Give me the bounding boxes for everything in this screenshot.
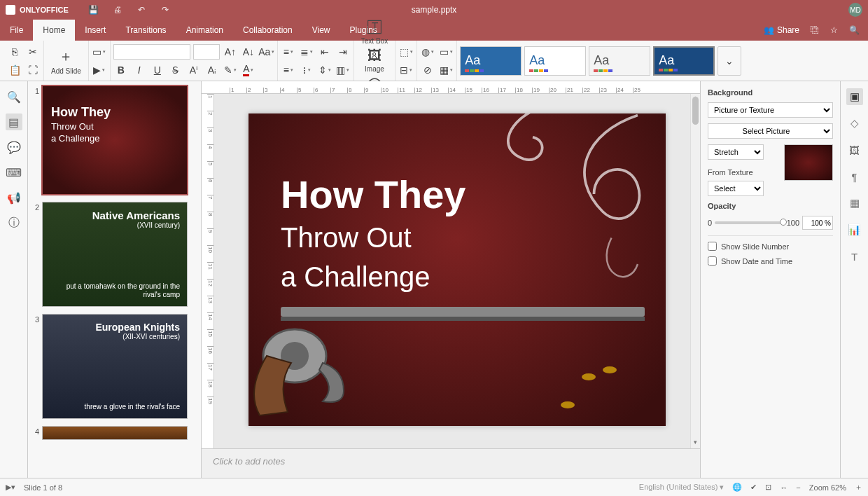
start-slideshow-icon[interactable]: ▶▾ <box>6 483 15 492</box>
play-icon[interactable]: ▶ <box>92 62 107 78</box>
menu-animation[interactable]: Animation <box>176 20 233 41</box>
image-settings-icon[interactable]: 🖼 <box>846 142 863 158</box>
font-size-input[interactable] <box>193 44 220 60</box>
language-status[interactable]: English (United States) ▾ <box>639 483 724 492</box>
slide-thumb-1[interactable]: How They Throw Out a Challenge <box>42 85 188 195</box>
spellcheck-icon[interactable]: ✔ <box>750 483 757 492</box>
theme-item-2[interactable]: Aa <box>524 46 586 76</box>
theme-item-4[interactable]: Aa <box>653 46 715 76</box>
slide-thumb-3[interactable]: European Knights (XII-XVI centuries) thr… <box>42 314 188 419</box>
align-v-icon[interactable]: ⫶ <box>299 62 314 78</box>
shape-settings-icon[interactable]: ◇ <box>846 115 863 132</box>
menu-collaboration[interactable]: Collaboration <box>233 20 302 41</box>
chart-settings-icon[interactable]: 📊 <box>846 221 863 238</box>
highlight-icon[interactable]: ✎ <box>223 62 238 78</box>
strike-icon[interactable]: S̶ <box>168 62 183 78</box>
select-icon[interactable]: ▦ <box>438 62 454 78</box>
comments-icon[interactable]: 💬 <box>6 139 22 156</box>
find-icon[interactable]: 🔍 <box>6 88 22 105</box>
fill-mode-select[interactable]: Stretch <box>708 144 764 160</box>
shape-fill-icon[interactable]: ◍ <box>420 44 435 60</box>
slide-thumb-2[interactable]: Native Americans (XVII century) put a to… <box>42 202 188 307</box>
superscript-icon[interactable]: Aⁱ <box>186 62 202 78</box>
fit-width-icon[interactable]: ↔ <box>780 483 788 492</box>
background-type-select[interactable]: Picture or Texture <box>708 102 833 118</box>
slide-canvas[interactable]: How They Throw Out a Challenge <box>248 113 666 426</box>
layout-icon[interactable]: ▭ <box>92 44 107 60</box>
textart-settings-icon[interactable]: T <box>846 248 863 265</box>
texture-select[interactable]: Select <box>708 181 764 196</box>
underline-icon[interactable]: U <box>150 62 165 78</box>
about-icon[interactable]: ⓘ <box>6 214 22 231</box>
bullets-icon[interactable]: ≡ <box>281 44 296 60</box>
fit-slide-icon[interactable]: ⊡ <box>765 483 771 492</box>
align-h-icon[interactable]: ≡ <box>281 62 296 78</box>
canvas-scroll[interactable]: How They Throw Out a Challenge ▴▾ <box>214 94 700 448</box>
inc-indent-icon[interactable]: ⇥ <box>335 44 351 60</box>
select-picture-select[interactable]: Select Picture <box>708 123 833 139</box>
slide-size-icon[interactable]: ▭ <box>438 44 454 60</box>
set-lang-icon[interactable]: 🌐 <box>732 483 742 492</box>
menu-transitions[interactable]: Transitions <box>115 20 176 41</box>
ruler-horizontal: 1234567891011121314151617181920212223242… <box>202 81 700 94</box>
add-slide-button[interactable]: ＋ Add Slide <box>47 44 85 78</box>
zoom-in-icon[interactable]: ＋ <box>855 482 862 492</box>
change-case-icon[interactable]: Aa <box>259 44 274 60</box>
menu-file[interactable]: File <box>0 20 33 41</box>
zoom-out-icon[interactable]: − <box>796 483 800 492</box>
align-objects-icon[interactable]: ⊟ <box>398 62 414 78</box>
paragraph-settings-icon[interactable]: ¶ <box>846 168 863 185</box>
thumb-title: Native Americans <box>50 209 180 221</box>
font-color-icon[interactable]: A <box>241 62 256 78</box>
format-painter-icon[interactable]: ⛶ <box>25 62 41 78</box>
slide-thumb-4[interactable] <box>42 426 188 440</box>
favorite-icon[interactable]: ☆ <box>830 25 838 35</box>
undo-icon[interactable]: ↶ <box>136 4 147 15</box>
decrease-font-icon[interactable]: A↓ <box>241 44 256 60</box>
copy-icon[interactable]: ⎘ <box>7 44 22 60</box>
redo-icon[interactable]: ↷ <box>160 4 171 15</box>
line-spacing-icon[interactable]: ⇕ <box>317 62 332 78</box>
image-button[interactable]: 🖼Image <box>357 48 392 73</box>
text-box-button[interactable]: 🅃Text Box <box>357 20 392 45</box>
notes-area[interactable]: Click to add notes <box>202 448 700 478</box>
cut-icon[interactable]: ✂ <box>25 44 41 60</box>
slide-settings-icon[interactable]: ▣ <box>846 88 863 105</box>
save-icon[interactable]: 💾 <box>88 4 99 15</box>
title-bar: ONLYOFFICE 💾 🖨 ↶ ↷ sample.pptx MD <box>0 0 868 20</box>
bold-icon[interactable]: B <box>113 62 129 78</box>
columns-icon[interactable]: ▥ <box>335 62 351 78</box>
canvas-scrollbar[interactable]: ▴▾ <box>690 94 700 448</box>
opacity-slider[interactable] <box>715 221 784 224</box>
italic-icon[interactable]: I <box>132 62 147 78</box>
menu-view[interactable]: View <box>302 20 340 41</box>
increase-font-icon[interactable]: A↑ <box>223 44 238 60</box>
numbering-icon[interactable]: ≣ <box>299 44 314 60</box>
menu-home[interactable]: Home <box>33 20 75 41</box>
share-button[interactable]: 👥 Share <box>764 25 799 35</box>
slides-icon[interactable]: ▤ <box>6 113 22 130</box>
show-slide-number-checkbox[interactable] <box>708 242 717 251</box>
dec-indent-icon[interactable]: ⇤ <box>317 44 332 60</box>
font-name-input[interactable] <box>113 44 190 60</box>
paste-icon[interactable]: 📋 <box>7 62 22 78</box>
open-location-icon[interactable]: ⿻ <box>811 25 819 35</box>
theme-item-1[interactable]: Aa <box>460 46 522 76</box>
subscript-icon[interactable]: Aᵢ <box>204 62 220 78</box>
print-icon[interactable]: 🖨 <box>112 4 123 15</box>
slides-panel[interactable]: 1 How They Throw Out a Challenge 2 Nativ… <box>28 81 202 478</box>
show-datetime-checkbox[interactable] <box>708 256 717 266</box>
search-icon[interactable]: 🔍 <box>849 25 860 35</box>
home-toolbar: ⎘✂ 📋⛶ ＋ Add Slide ▭ ▶ A↑ A↓ Aa B I U S̶ … <box>0 41 868 81</box>
zoom-label[interactable]: Zoom 62% <box>809 483 846 492</box>
chat-icon[interactable]: ⌨ <box>6 164 22 181</box>
opacity-input[interactable] <box>802 216 833 230</box>
user-avatar[interactable]: MD <box>848 3 862 17</box>
table-settings-icon[interactable]: ▦ <box>846 195 863 212</box>
theme-more-icon[interactable]: ⌄ <box>718 46 741 76</box>
theme-item-3[interactable]: Aa <box>589 46 650 76</box>
arrange-icon[interactable]: ⬚ <box>398 44 414 60</box>
clear-style-icon[interactable]: ⊘ <box>420 62 435 78</box>
feedback-icon[interactable]: 📢 <box>6 189 22 206</box>
menu-insert[interactable]: Insert <box>75 20 115 41</box>
